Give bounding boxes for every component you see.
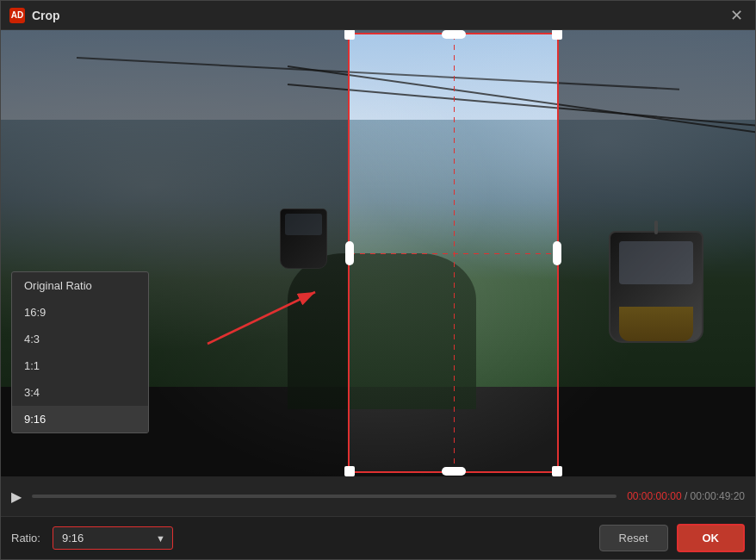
time-current: 00:00:00:00 <box>627 490 681 502</box>
playback-bar: ▶ 00:00:00:00 / 00:00:49:20 <box>1 476 755 516</box>
gondola-mount <box>654 221 658 234</box>
ok-button[interactable]: OK <box>677 524 746 552</box>
ratio-select[interactable]: Original Ratio 16:9 4:3 1:1 3:4 9:16 <box>53 527 172 549</box>
gondola-window <box>619 241 693 284</box>
dropdown-item-1-1[interactable]: 1:1 <box>12 352 148 379</box>
time-total: 00:00:49:20 <box>691 490 745 502</box>
crop-window: AD Crop ✕ <box>0 0 756 560</box>
gondola-2-window <box>285 214 322 235</box>
time-display: 00:00:00:00 / 00:00:49:20 <box>627 490 745 502</box>
dropdown-item-3-4[interactable]: 3:4 <box>12 379 148 406</box>
dropdown-item-original[interactable]: Original Ratio <box>12 272 148 299</box>
ratio-select-wrapper[interactable]: Original Ratio 16:9 4:3 1:1 3:4 9:16 ▼ <box>53 526 173 550</box>
dropdown-item-4-3[interactable]: 4:3 <box>12 326 148 352</box>
dropdown-item-16-9[interactable]: 16:9 <box>12 299 148 326</box>
gondola <box>609 231 703 343</box>
video-area: Original Ratio 16:9 4:3 1:1 3:4 9:16 <box>1 30 755 476</box>
titlebar: AD Crop ✕ <box>1 1 755 30</box>
app-icon: AD <box>9 8 25 23</box>
play-button[interactable]: ▶ <box>11 488 22 505</box>
progress-track[interactable] <box>32 495 617 498</box>
ratio-label: Ratio: <box>11 532 40 544</box>
gondola-2 <box>280 208 327 269</box>
dropdown-item-9-16[interactable]: 9:16 <box>12 406 148 432</box>
bottom-bar: Ratio: Original Ratio 16:9 4:3 1:1 3:4 9… <box>1 516 755 559</box>
window-title: Crop <box>32 9 726 22</box>
ratio-dropdown-popup: Original Ratio 16:9 4:3 1:1 3:4 9:16 <box>11 271 149 433</box>
gondola-body <box>619 307 693 341</box>
reset-button[interactable]: Reset <box>599 525 668 551</box>
tree-cluster <box>288 253 476 409</box>
close-button[interactable]: ✕ <box>726 5 747 26</box>
time-separator: / <box>685 490 691 502</box>
